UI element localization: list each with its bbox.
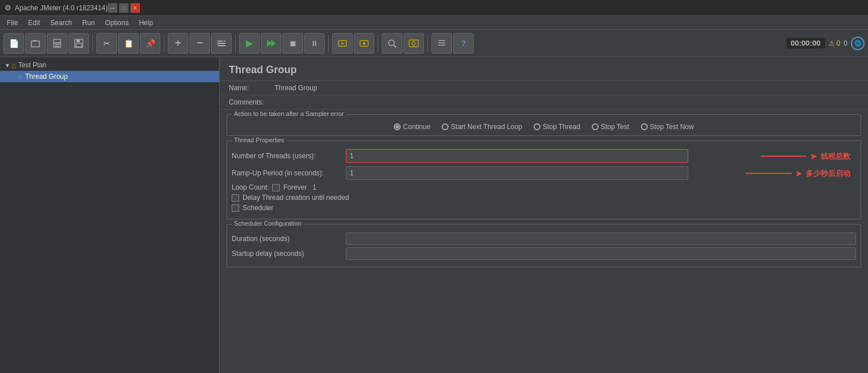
timer-display: 00:00:00 bbox=[786, 38, 825, 49]
startup-delay-input[interactable] bbox=[346, 247, 856, 260]
menu-options[interactable]: Options bbox=[100, 18, 133, 28]
radio-start-next-label: Start Next Thread Loop bbox=[451, 123, 522, 131]
svg-rect-4 bbox=[55, 46, 59, 47]
menu-edit[interactable]: Edit bbox=[23, 18, 45, 28]
action-legend: Action to be taken after a Sampler error bbox=[232, 110, 346, 117]
threads-annotation: ➤ 线程总数 bbox=[761, 151, 850, 162]
thread-group-label: Thread Group bbox=[25, 73, 68, 81]
radio-stop-test[interactable]: Stop Test bbox=[592, 123, 629, 131]
svg-rect-1 bbox=[54, 39, 60, 43]
save-button[interactable] bbox=[68, 33, 89, 54]
name-row: Name: Thread Group bbox=[220, 81, 868, 95]
copy-button[interactable]: 📋 bbox=[118, 33, 139, 54]
radio-stop-test-now[interactable]: Stop Test Now bbox=[641, 123, 694, 131]
sidebar-item-thread-group[interactable]: ⚙ Thread Group bbox=[0, 71, 219, 82]
svg-rect-2 bbox=[54, 43, 60, 47]
help-button[interactable]: ? bbox=[453, 33, 474, 54]
arrow-line-2 bbox=[746, 173, 792, 174]
toolbar-separator-4 bbox=[328, 35, 329, 52]
forever-checkbox[interactable] bbox=[272, 184, 280, 191]
radio-stop-test-circle bbox=[592, 123, 599, 130]
delay-thread-label: Delay Thread creation until needed bbox=[243, 194, 349, 202]
threads-chinese-label: 线程总数 bbox=[821, 151, 850, 161]
rampup-chinese-label: 多少秒后启动 bbox=[806, 168, 850, 178]
new-button[interactable]: 📄 bbox=[3, 33, 24, 54]
threads-label: Number of Threads (users): bbox=[232, 152, 346, 160]
search-button[interactable] bbox=[382, 33, 402, 54]
scheduler-label: Scheduler bbox=[243, 204, 273, 212]
svg-rect-7 bbox=[76, 43, 82, 47]
paste-button[interactable]: 📌 bbox=[140, 33, 160, 54]
list-button[interactable] bbox=[431, 33, 452, 54]
action-radio-group: Continue Start Next Thread Loop Stop Thr… bbox=[232, 118, 856, 132]
radio-start-next[interactable]: Start Next Thread Loop bbox=[442, 123, 522, 131]
svg-line-19 bbox=[394, 45, 396, 47]
test-plan-icon: △ bbox=[11, 62, 16, 69]
svg-marker-13 bbox=[271, 40, 276, 47]
arrow-head-1: ➤ bbox=[810, 151, 817, 162]
window-controls: — □ ✕ bbox=[108, 3, 140, 13]
menu-help[interactable]: Help bbox=[134, 18, 158, 28]
scheduler-checkbox[interactable] bbox=[232, 204, 239, 212]
tree-toggle-test-plan[interactable]: ▼ bbox=[5, 62, 10, 69]
remove-button[interactable]: − bbox=[189, 33, 210, 54]
warning-icon: ⚠ bbox=[829, 39, 835, 47]
main-area: ▼ △ Test Plan ⚙ Thread Group Thread Grou… bbox=[0, 57, 868, 373]
sidebar-item-test-plan[interactable]: ▼ △ Test Plan bbox=[0, 59, 219, 71]
radio-stop-thread-circle bbox=[534, 123, 540, 130]
sidebar: ▼ △ Test Plan ⚙ Thread Group bbox=[0, 57, 220, 373]
scheduler-row: Scheduler bbox=[232, 204, 856, 212]
thread-properties-legend: Thread Properties bbox=[232, 137, 286, 143]
error-display: 0 bbox=[843, 39, 847, 47]
startup-delay-row: Startup delay (seconds) bbox=[232, 247, 856, 260]
name-label: Name: bbox=[229, 84, 274, 92]
duration-input[interactable] bbox=[346, 232, 856, 245]
threads-input[interactable] bbox=[346, 149, 688, 163]
radio-stop-test-label: Stop Test bbox=[601, 123, 629, 131]
maximize-button[interactable]: □ bbox=[119, 3, 128, 13]
toolbar-separator-5 bbox=[378, 35, 378, 52]
radio-continue-label: Continue bbox=[403, 123, 430, 131]
menu-search[interactable]: Search bbox=[46, 18, 76, 28]
delay-thread-checkbox[interactable] bbox=[232, 194, 239, 202]
radio-stop-test-now-circle bbox=[641, 123, 648, 130]
run-no-pause-button[interactable] bbox=[261, 33, 281, 54]
menu-run[interactable]: Run bbox=[78, 18, 99, 28]
run-button[interactable]: ▶ bbox=[239, 33, 260, 54]
svg-rect-17 bbox=[363, 42, 365, 45]
test-plan-label: Test Plan bbox=[18, 61, 46, 69]
menu-file[interactable]: File bbox=[2, 18, 22, 28]
toggle-button[interactable] bbox=[211, 33, 232, 54]
close-button[interactable]: ✕ bbox=[131, 3, 140, 13]
thread-group-icon: ⚙ bbox=[17, 73, 23, 81]
radio-stop-test-now-label: Stop Test Now bbox=[650, 123, 694, 131]
svg-rect-0 bbox=[31, 41, 39, 47]
print-button[interactable] bbox=[47, 33, 67, 54]
open-button[interactable] bbox=[25, 33, 46, 54]
remote1-button[interactable] bbox=[332, 33, 353, 54]
add-button[interactable]: + bbox=[168, 33, 188, 54]
content-panel: Thread Group Name: Thread Group Comments… bbox=[220, 57, 868, 373]
startup-delay-label: Startup delay (seconds) bbox=[232, 250, 346, 258]
rampup-label: Ramp-Up Period (in seconds): bbox=[232, 169, 346, 177]
loop-value: 1 bbox=[313, 183, 317, 191]
rampup-input[interactable] bbox=[346, 166, 688, 180]
error-count: 0 bbox=[843, 39, 847, 47]
radio-stop-thread[interactable]: Stop Thread bbox=[534, 123, 580, 131]
svg-point-21 bbox=[412, 42, 415, 45]
pause-button[interactable]: ⏸ bbox=[304, 33, 325, 54]
arrow-head-2: ➤ bbox=[795, 168, 802, 179]
remote2-button[interactable] bbox=[354, 33, 374, 54]
minimize-button[interactable]: — bbox=[108, 3, 117, 13]
svg-point-11 bbox=[222, 40, 224, 42]
build-button[interactable] bbox=[403, 33, 424, 54]
toolbar-separator-2 bbox=[164, 35, 164, 52]
duration-label: Duration (seconds) bbox=[232, 235, 346, 243]
svg-rect-3 bbox=[55, 44, 59, 45]
svg-marker-15 bbox=[341, 42, 345, 45]
cut-button[interactable]: ✂ bbox=[96, 33, 117, 54]
stop-button[interactable]: ⏹ bbox=[282, 33, 303, 54]
rampup-row: Ramp-Up Period (in seconds): ➤ 多少秒后启动 bbox=[232, 166, 856, 180]
rampup-annotation: ➤ 多少秒后启动 bbox=[746, 168, 850, 179]
radio-continue[interactable]: Continue bbox=[394, 123, 430, 131]
